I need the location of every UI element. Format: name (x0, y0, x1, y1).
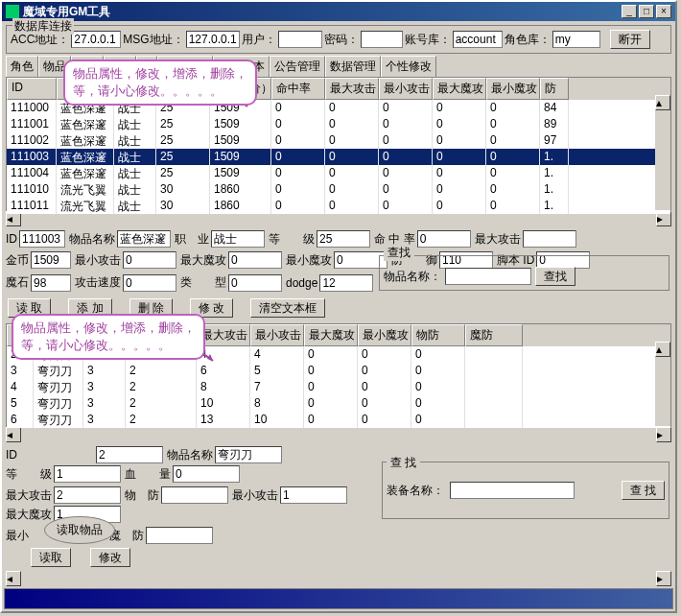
f1-hit[interactable] (417, 230, 471, 248)
scroll-up-icon[interactable]: ▴ (655, 95, 670, 110)
f1-type[interactable] (228, 274, 282, 292)
tab-0[interactable]: 角色 (6, 56, 38, 77)
f2-id[interactable] (96, 446, 163, 463)
pass-input[interactable] (361, 31, 403, 48)
f1-maxmag[interactable] (228, 251, 282, 269)
table-row[interactable]: 111004蓝色深邃战士251509000001. (7, 165, 670, 181)
acc-addr-input[interactable] (71, 31, 121, 48)
search2-group: 查 找 (387, 455, 420, 471)
f1-job[interactable] (211, 230, 265, 248)
f2-maxatk[interactable] (54, 486, 121, 504)
disconnect-button[interactable]: 断开 (610, 30, 650, 49)
window-title: 魔域专用GM工具 (23, 4, 622, 20)
col-header[interactable]: 最小魔攻 (358, 324, 411, 346)
clear-button[interactable]: 清空文本框 (250, 298, 325, 318)
callout-1: 物品属性，修改，增添，删除， 等，请小心修改。。。。。 (63, 59, 257, 106)
table-row[interactable]: 111011流光飞翼战士301860000001. (7, 198, 670, 214)
scroll-up-icon[interactable]: ▴ (655, 342, 670, 357)
f1-minatk[interactable] (123, 251, 176, 269)
col-header[interactable]: 最小攻击 (379, 78, 433, 100)
search2-input[interactable] (450, 482, 575, 499)
col-header[interactable]: 最大魔攻 (433, 78, 486, 100)
table-row[interactable]: 111010流光飞翼战士301860000001. (7, 181, 670, 198)
conn-group-label: 数据库连接 (12, 18, 74, 35)
statusbar (4, 588, 673, 609)
col-header[interactable]: 防 (540, 78, 569, 100)
main-scrollbar-h[interactable]: ◂▸ (6, 571, 671, 586)
role-db-label: 角色库： (505, 32, 551, 48)
f1-maxatk[interactable] (523, 230, 576, 248)
scrollbar-h-2[interactable]: ◂▸ (6, 427, 671, 442)
pass-label: 密码： (324, 32, 359, 48)
f1-id[interactable] (19, 230, 65, 248)
f1-name[interactable] (117, 230, 171, 248)
search1-input[interactable] (445, 268, 531, 285)
col-header[interactable]: ID (7, 78, 57, 100)
table-row[interactable]: 111003蓝色深邃战士251509000001. (7, 149, 670, 165)
f2-level[interactable] (54, 465, 121, 483)
search1-group: 查找 (384, 245, 414, 261)
scrollbar-v-1[interactable]: ▴ (655, 95, 670, 210)
f1-speed[interactable] (123, 274, 176, 292)
col-header[interactable]: 最大魔攻 (304, 324, 358, 346)
table-row[interactable]: 3弯刃刀3265000 (7, 363, 670, 379)
f2-name[interactable] (215, 446, 282, 463)
read2-button[interactable]: 读取 (31, 548, 71, 567)
app-icon (6, 5, 19, 18)
col-header[interactable]: 最大攻击 (325, 78, 379, 100)
acct-db-label: 账号库： (405, 32, 451, 48)
f2-minatk[interactable] (280, 486, 347, 504)
f1-stone[interactable] (31, 274, 71, 292)
scrollbar-v-2[interactable]: ▴ (655, 342, 670, 426)
msg-addr-input[interactable] (186, 31, 240, 48)
form-1: ID 物品名称 职 业 等 级 命 中 率 最大攻击 金币 最小攻击 最大魔攻 … (6, 230, 671, 293)
table-row[interactable]: 5弯刃刀32108000 (7, 395, 670, 412)
user-label: 用户： (242, 32, 276, 48)
tab-9[interactable]: 个性修改 (381, 56, 436, 77)
modify2-button[interactable]: 修改 (90, 548, 130, 567)
f1-level[interactable] (317, 230, 370, 248)
f1-gold[interactable] (31, 251, 71, 269)
f1-dodge[interactable] (319, 274, 373, 292)
col-header[interactable]: 物防 (411, 324, 465, 346)
f2-pdef[interactable] (161, 486, 228, 504)
callout-2: 物品属性，修改，增添，删除， 等，请小心修改。。。。。 (12, 314, 205, 360)
titlebar: 魔域专用GM工具 _ □ × (2, 2, 675, 21)
table-row[interactable]: 111002蓝色深邃战士2515090000097 (7, 132, 670, 149)
acct-db-input[interactable] (453, 31, 503, 48)
table-row[interactable]: 111001蓝色深邃战士2515090000089 (7, 116, 670, 132)
user-input[interactable] (278, 31, 322, 48)
tab-8[interactable]: 数据管理 (325, 56, 381, 77)
search2-button[interactable]: 查 找 (622, 481, 665, 500)
col-header[interactable]: 最小攻击 (250, 324, 304, 346)
role-db-input[interactable] (552, 31, 600, 48)
msg-addr-label: MSG地址： (123, 32, 183, 48)
col-header[interactable]: 最小魔攻 (486, 78, 540, 100)
close-button[interactable]: × (656, 5, 671, 18)
read-item-oval: 读取物品 (44, 516, 115, 544)
col-header[interactable]: 命中率 (271, 78, 325, 100)
maximize-button[interactable]: □ (639, 5, 654, 18)
col-header[interactable]: 魔防 (465, 324, 523, 346)
tab-7[interactable]: 公告管理 (270, 56, 325, 77)
table-row[interactable]: 4弯刃刀3287000 (7, 379, 670, 395)
f2-hp[interactable] (173, 465, 240, 483)
search1-button[interactable]: 查找 (535, 267, 575, 286)
f2-mdef[interactable] (146, 527, 213, 544)
minimize-button[interactable]: _ (622, 5, 637, 18)
table-row[interactable]: 6弯刃刀321310000 (7, 412, 670, 428)
